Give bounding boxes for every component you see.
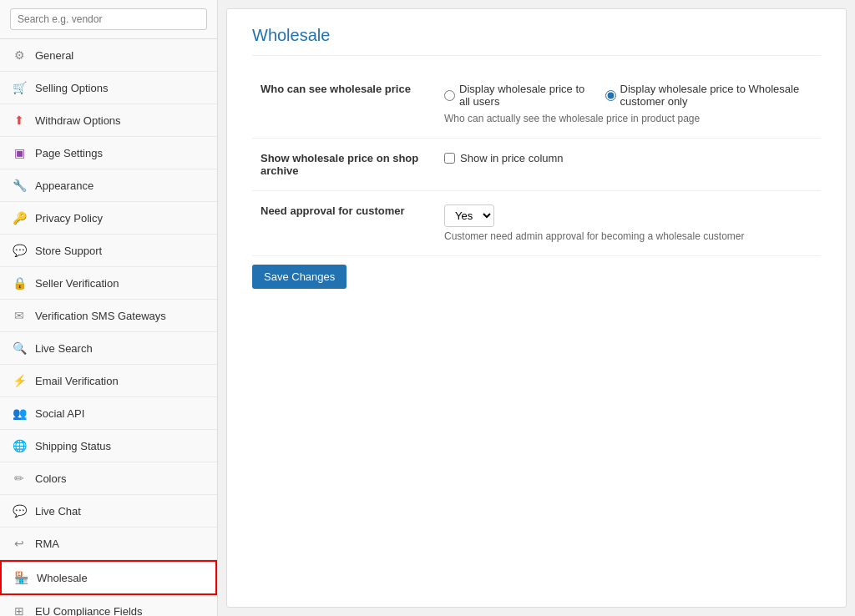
sidebar-item-general[interactable]: ⚙General <box>0 39 217 72</box>
sidebar-item-verification-sms[interactable]: ✉Verification SMS Gateways <box>0 300 217 332</box>
sidebar-item-email-verification[interactable]: ⚡Email Verification <box>0 365 217 397</box>
sidebar-label-seller-verification: Seller Verification <box>35 277 119 290</box>
help-text-who-can-see: Who can actually see the wholesale price… <box>444 113 812 124</box>
sidebar-item-live-chat[interactable]: 💬Live Chat <box>0 495 217 528</box>
shipping-status-icon: 🌐 <box>12 438 27 453</box>
sidebar-label-eu-compliance: EU Compliance Fields <box>35 605 143 617</box>
store-support-icon: 💬 <box>12 243 27 258</box>
radio-label-all-users: Display wholesale price to all users <box>459 83 589 108</box>
sidebar-item-page-settings[interactable]: ▣Page Settings <box>0 137 217 169</box>
checkbox-label-show-price: Show in price column <box>460 152 564 164</box>
sidebar-label-general: General <box>35 49 73 62</box>
sidebar-label-selling-options: Selling Options <box>35 82 108 94</box>
privacy-policy-icon: 🔑 <box>12 210 27 225</box>
field-label-show-price: Show wholesale price on shop archive <box>252 139 436 191</box>
page-title: Wholesale <box>252 26 821 56</box>
live-chat-icon: 💬 <box>12 503 27 518</box>
radio-option-all-users[interactable]: Display wholesale price to all users <box>444 83 589 108</box>
field-value-who-can-see: Display wholesale price to all users Dis… <box>436 69 821 139</box>
sidebar-label-store-support: Store Support <box>35 245 102 257</box>
general-icon: ⚙ <box>12 48 27 63</box>
sidebar-label-live-search: Live Search <box>35 342 93 355</box>
sidebar-label-shipping-status: Shipping Status <box>35 440 111 452</box>
help-text-need-approval: Customer need admin approval for becomin… <box>444 230 812 242</box>
sidebar-item-shipping-status[interactable]: 🌐Shipping Status <box>0 430 217 462</box>
sidebar-item-privacy-policy[interactable]: 🔑Privacy Policy <box>0 202 217 235</box>
sidebar-label-privacy-policy: Privacy Policy <box>35 212 103 225</box>
live-search-icon: 🔍 <box>12 341 27 356</box>
verification-sms-icon: ✉ <box>12 308 27 323</box>
field-who-can-see: Who can see wholesale price Display whol… <box>252 69 821 139</box>
selling-options-icon: 🛒 <box>12 80 27 95</box>
social-api-icon: 👥 <box>12 406 27 421</box>
sidebar-label-colors: Colors <box>35 472 67 485</box>
sidebar-item-colors[interactable]: ✏Colors <box>0 462 217 495</box>
checkbox-show-price[interactable] <box>444 153 455 164</box>
sidebar-label-email-verification: Email Verification <box>35 375 119 387</box>
field-show-price: Show wholesale price on shop archive Sho… <box>252 139 821 191</box>
sidebar: ⚙General🛒Selling Options⬆Withdraw Option… <box>0 0 218 616</box>
sidebar-item-seller-verification[interactable]: 🔒Seller Verification <box>0 267 217 300</box>
save-changes-button[interactable]: Save Changes <box>252 265 347 289</box>
rma-icon: ↩ <box>12 536 27 551</box>
select-need-approval[interactable]: Yes No <box>444 204 494 227</box>
sidebar-item-rma[interactable]: ↩RMA <box>0 528 217 560</box>
sidebar-search-input[interactable] <box>10 8 207 30</box>
sidebar-label-withdraw-options: Withdraw Options <box>35 114 121 127</box>
wholesale-icon: 🏪 <box>13 570 28 585</box>
sidebar-label-page-settings: Page Settings <box>35 147 103 159</box>
email-verification-icon: ⚡ <box>12 373 27 388</box>
checkbox-option-show-price[interactable]: Show in price column <box>444 152 812 164</box>
sidebar-item-selling-options[interactable]: 🛒Selling Options <box>0 72 217 104</box>
withdraw-options-icon: ⬆ <box>12 113 27 128</box>
sidebar-label-live-chat: Live Chat <box>35 505 81 518</box>
radio-wholesale-only[interactable] <box>605 90 616 101</box>
sidebar-label-social-api: Social API <box>35 407 84 420</box>
field-value-need-approval: Yes No Customer need admin approval for … <box>436 191 821 256</box>
sidebar-item-store-support[interactable]: 💬Store Support <box>0 235 217 267</box>
seller-verification-icon: 🔒 <box>12 275 27 290</box>
main-content: Wholesale Who can see wholesale price Di… <box>226 8 847 608</box>
field-label-need-approval: Need approval for customer <box>252 191 436 256</box>
colors-icon: ✏ <box>12 471 27 486</box>
sidebar-item-withdraw-options[interactable]: ⬆Withdraw Options <box>0 104 217 137</box>
sidebar-label-wholesale: Wholesale <box>37 572 88 584</box>
settings-form: Who can see wholesale price Display whol… <box>252 69 821 256</box>
eu-compliance-icon: ⊞ <box>12 603 27 616</box>
field-need-approval: Need approval for customer Yes No Custom… <box>252 191 821 256</box>
field-label-who-can-see: Who can see wholesale price <box>252 69 436 139</box>
field-value-show-price: Show in price column <box>436 139 821 191</box>
radio-all-users[interactable] <box>444 90 455 101</box>
radio-option-wholesale-only[interactable]: Display wholesale price to Wholesale cus… <box>605 83 812 108</box>
appearance-icon: 🔧 <box>12 178 27 193</box>
sidebar-item-appearance[interactable]: 🔧Appearance <box>0 169 217 202</box>
sidebar-label-rma: RMA <box>35 538 59 550</box>
radio-group-wholesale-price: Display wholesale price to all users Dis… <box>444 83 812 108</box>
sidebar-search-container <box>0 0 217 39</box>
page-settings-icon: ▣ <box>12 145 27 160</box>
radio-label-wholesale-only: Display wholesale price to Wholesale cus… <box>620 83 812 108</box>
sidebar-item-social-api[interactable]: 👥Social API <box>0 397 217 430</box>
sidebar-label-appearance: Appearance <box>35 179 94 192</box>
sidebar-item-live-search[interactable]: 🔍Live Search <box>0 332 217 365</box>
sidebar-item-wholesale[interactable]: 🏪Wholesale <box>0 560 217 595</box>
sidebar-label-verification-sms: Verification SMS Gateways <box>35 310 166 322</box>
sidebar-item-eu-compliance[interactable]: ⊞EU Compliance Fields <box>0 595 217 616</box>
